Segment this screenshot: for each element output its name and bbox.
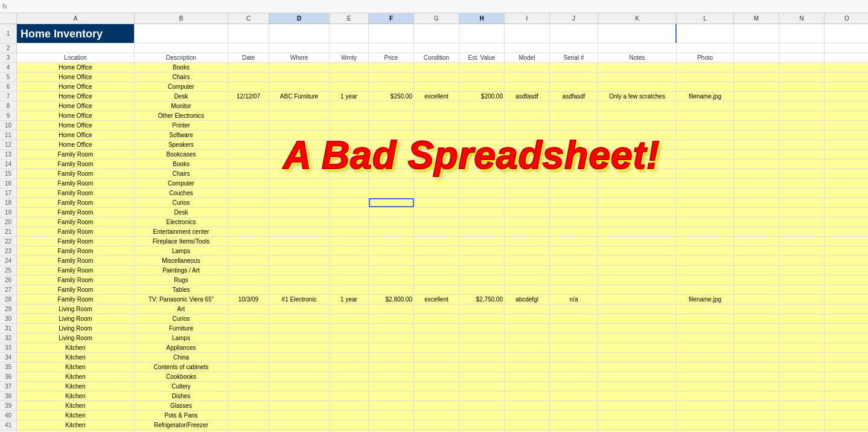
- cell-h22[interactable]: [459, 237, 505, 246]
- cell-k29[interactable]: [598, 305, 677, 314]
- cell-i7[interactable]: asdfasdf: [505, 92, 550, 101]
- cell-n13[interactable]: [779, 150, 825, 159]
- cell-b6[interactable]: Computer: [135, 82, 228, 91]
- cell-g13[interactable]: [414, 150, 459, 159]
- cell-a23[interactable]: Family Room: [17, 247, 135, 256]
- cell-h20[interactable]: [459, 218, 505, 227]
- cell-g35[interactable]: [414, 363, 459, 372]
- cell-c28[interactable]: 10/3/09: [228, 295, 269, 304]
- cell-e5[interactable]: [330, 73, 369, 82]
- cell-g36[interactable]: [414, 372, 459, 381]
- cell-g7[interactable]: excellent: [414, 92, 459, 101]
- cell-l41[interactable]: [677, 421, 734, 430]
- cell-e32[interactable]: [330, 334, 369, 343]
- cell-h15[interactable]: [459, 169, 505, 178]
- cell-h32[interactable]: [459, 334, 505, 343]
- cell-e35[interactable]: [330, 363, 369, 372]
- cell-l30[interactable]: [677, 314, 734, 323]
- cell-n14[interactable]: [779, 160, 825, 169]
- cell-e38[interactable]: [330, 392, 369, 401]
- cell-m8[interactable]: [734, 102, 779, 111]
- cell-h21[interactable]: [459, 227, 505, 236]
- cell-m19[interactable]: [734, 208, 779, 217]
- cell-g24[interactable]: [414, 256, 459, 265]
- cell-l19[interactable]: [677, 208, 734, 217]
- cell-o10[interactable]: [825, 121, 868, 130]
- cell-c11[interactable]: [228, 131, 269, 140]
- cell-d14[interactable]: [269, 160, 330, 169]
- cell-g8[interactable]: [414, 102, 459, 111]
- cell-k16[interactable]: [598, 179, 677, 188]
- cell-c10[interactable]: [228, 121, 269, 130]
- cell-i2[interactable]: [505, 44, 550, 53]
- cell-f1[interactable]: [369, 24, 414, 43]
- cell-o25[interactable]: [825, 266, 868, 275]
- cell-l35[interactable]: [677, 363, 734, 372]
- cell-i23[interactable]: [505, 247, 550, 256]
- cell-b26[interactable]: Rugs: [135, 276, 228, 285]
- cell-o13[interactable]: [825, 150, 868, 159]
- cell-f33[interactable]: [369, 343, 414, 352]
- cell-l26[interactable]: [677, 276, 734, 285]
- cell-b12[interactable]: Speakers: [135, 140, 228, 149]
- cell-d26[interactable]: [269, 276, 330, 285]
- cell-b31[interactable]: Furniture: [135, 324, 228, 333]
- cell-n18[interactable]: [779, 198, 825, 207]
- cell-n37[interactable]: [779, 382, 825, 391]
- cell-m32[interactable]: [734, 334, 779, 343]
- cell-n1[interactable]: [779, 24, 825, 43]
- cell-i20[interactable]: [505, 218, 550, 227]
- cell-f21[interactable]: [369, 227, 414, 236]
- cell-i21[interactable]: [505, 227, 550, 236]
- cell-g22[interactable]: [414, 237, 459, 246]
- cell-c39[interactable]: [228, 401, 269, 410]
- cell-m38[interactable]: [734, 392, 779, 401]
- cell-c6[interactable]: [228, 82, 269, 91]
- cell-n24[interactable]: [779, 256, 825, 265]
- cell-o12[interactable]: [825, 140, 868, 149]
- cell-h18[interactable]: [459, 198, 505, 207]
- cell-i16[interactable]: [505, 179, 550, 188]
- cell-n36[interactable]: [779, 372, 825, 381]
- cell-i8[interactable]: [505, 102, 550, 111]
- cell-n41[interactable]: [779, 421, 825, 430]
- cell-o4[interactable]: [825, 63, 868, 72]
- cell-a33[interactable]: Kitchen: [17, 343, 135, 352]
- cell-d40[interactable]: [269, 411, 330, 420]
- cell-e21[interactable]: [330, 227, 369, 236]
- cell-l14[interactable]: [677, 160, 734, 169]
- cell-h27[interactable]: [459, 285, 505, 294]
- cell-l20[interactable]: [677, 218, 734, 227]
- cell-i10[interactable]: [505, 121, 550, 130]
- cell-l5[interactable]: [677, 73, 734, 82]
- cell-j35[interactable]: [550, 363, 598, 372]
- cell-d39[interactable]: [269, 401, 330, 410]
- cell-a21[interactable]: Family Room: [17, 227, 135, 236]
- cell-a31[interactable]: Living Room: [17, 324, 135, 333]
- cell-k25[interactable]: [598, 266, 677, 275]
- cell-e7[interactable]: 1 year: [330, 92, 369, 101]
- cell-l10[interactable]: [677, 121, 734, 130]
- cell-f20[interactable]: [369, 218, 414, 227]
- cell-m37[interactable]: [734, 382, 779, 391]
- cell-h3[interactable]: Est. Value: [459, 53, 505, 62]
- cell-n30[interactable]: [779, 314, 825, 323]
- cell-l15[interactable]: [677, 169, 734, 178]
- cell-l24[interactable]: [677, 256, 734, 265]
- cell-f10[interactable]: [369, 121, 414, 130]
- cell-a7[interactable]: Home Office: [17, 92, 135, 101]
- cell-k23[interactable]: [598, 247, 677, 256]
- cell-f30[interactable]: [369, 314, 414, 323]
- cell-b37[interactable]: Cutlery: [135, 382, 228, 391]
- cell-c35[interactable]: [228, 363, 269, 372]
- cell-b14[interactable]: Books: [135, 160, 228, 169]
- cell-l11[interactable]: [677, 131, 734, 140]
- cell-g41[interactable]: [414, 421, 459, 430]
- cell-e26[interactable]: [330, 276, 369, 285]
- cell-m39[interactable]: [734, 401, 779, 410]
- cell-m41[interactable]: [734, 421, 779, 430]
- cell-c19[interactable]: [228, 208, 269, 217]
- cell-o32[interactable]: [825, 334, 868, 343]
- cell-c22[interactable]: [228, 237, 269, 246]
- cell-g27[interactable]: [414, 285, 459, 294]
